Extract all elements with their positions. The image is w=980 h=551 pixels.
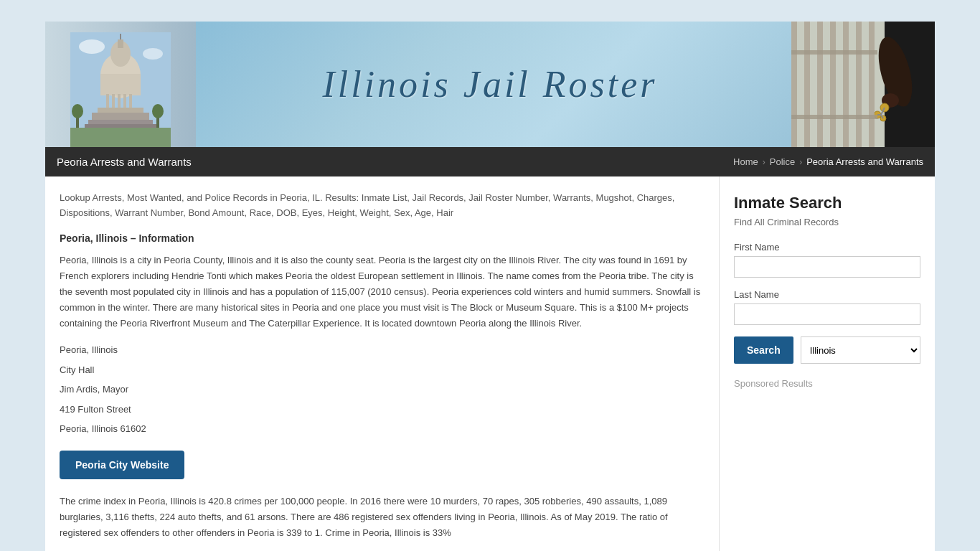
svg-rect-33 [804, 22, 810, 147]
intro-text: Lookup Arrests, Most Wanted, and Police … [60, 191, 705, 221]
svg-point-19 [152, 104, 164, 118]
svg-rect-38 [869, 22, 875, 147]
svg-rect-8 [118, 94, 121, 108]
last-name-label: Last Name [734, 289, 920, 300]
state-select[interactable]: IllinoisAlabamaAlaskaArizonaArkansasCali… [801, 336, 920, 364]
breadcrumb: Home › Police › Peoria Arrests and Warra… [733, 156, 923, 167]
svg-rect-35 [830, 22, 836, 147]
content-area: Lookup Arrests, Most Wanted, and Police … [45, 176, 720, 551]
breadcrumb-police[interactable]: Police [770, 156, 795, 167]
nav-page-title: Peoria Arrests and Warrants [57, 156, 192, 168]
header-banner: Illinois Jail Roster [45, 22, 935, 147]
last-name-input[interactable] [734, 303, 920, 325]
svg-rect-39 [791, 50, 877, 55]
search-button[interactable]: Search [734, 336, 793, 364]
sponsored-results-label: Sponsored Results [734, 378, 920, 389]
svg-rect-2 [100, 74, 141, 95]
first-name-label: First Name [734, 242, 920, 253]
svg-rect-40 [791, 115, 877, 119]
city-website-button[interactable]: Peoria City Website [60, 451, 184, 479]
crime-text: The crime index in Peoria, Illinois is 4… [60, 494, 705, 541]
svg-rect-5 [118, 39, 123, 48]
breadcrumb-sep-2: › [799, 157, 802, 167]
svg-point-17 [72, 104, 83, 118]
info-line-3: Jim Ardis, Mayor [60, 382, 705, 397]
section-title: Peoria, Illinois – Information [60, 232, 705, 244]
sidebar: Inmate Search Find All Criminal Records … [720, 176, 935, 551]
svg-rect-32 [791, 22, 797, 147]
info-line-5: Peoria, Illinois 61602 [60, 422, 705, 436]
info-line-2: City Hall [60, 363, 705, 377]
svg-rect-15 [70, 128, 171, 147]
svg-rect-34 [817, 22, 823, 147]
body-paragraph: Peoria, Illinois is a city in Peoria Cou… [60, 253, 705, 331]
breadcrumb-home[interactable]: Home [733, 156, 758, 167]
svg-rect-11 [98, 108, 143, 113]
site-title: Illinois Jail Roster [322, 63, 657, 105]
svg-rect-13 [88, 120, 153, 124]
info-line-4: 419 Fulton Street [60, 402, 705, 417]
svg-rect-36 [843, 22, 849, 147]
sidebar-subtitle: Find All Criminal Records [734, 217, 920, 227]
nav-bar: Peoria Arrests and Warrants Home › Polic… [45, 147, 935, 176]
svg-rect-7 [112, 94, 115, 108]
info-line-1: Peoria, Illinois [60, 343, 705, 357]
svg-point-20 [79, 39, 105, 54]
search-row: Search IllinoisAlabamaAlaskaArizonaArkan… [734, 336, 920, 364]
breadcrumb-sep-1: › [763, 157, 765, 167]
header-left-image [45, 22, 196, 147]
breadcrumb-current: Peoria Arrests and Warrants [806, 156, 923, 167]
header-right-image [791, 22, 935, 147]
svg-rect-6 [106, 94, 109, 108]
svg-rect-9 [123, 94, 126, 108]
svg-rect-12 [92, 113, 149, 120]
main-wrapper: Lookup Arrests, Most Wanted, and Police … [45, 176, 935, 551]
first-name-input[interactable] [734, 256, 920, 278]
svg-point-21 [143, 48, 163, 60]
svg-rect-14 [85, 124, 156, 128]
svg-rect-10 [129, 94, 132, 108]
svg-rect-37 [856, 22, 862, 147]
sidebar-title: Inmate Search [734, 194, 920, 212]
